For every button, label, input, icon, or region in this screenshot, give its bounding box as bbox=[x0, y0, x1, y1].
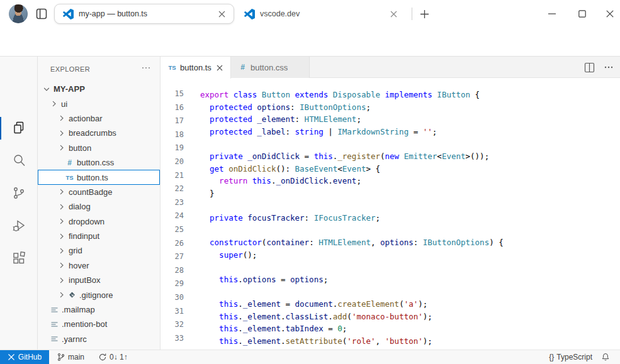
tree-item-button-css[interactable]: #button.css bbox=[38, 155, 160, 170]
browser-tab-strip: my-app — button.ts vscode.dev bbox=[0, 0, 620, 28]
editor-tab-button-css[interactable]: # button.css bbox=[231, 57, 310, 78]
tree-item-gitignore[interactable]: .gitignore bbox=[38, 287, 160, 302]
tree-item-grid[interactable]: grid bbox=[38, 243, 160, 258]
tree-item-yarnrc[interactable]: .yarnrc bbox=[38, 332, 160, 346]
window-close-button[interactable] bbox=[599, 4, 620, 24]
line-number: 25 bbox=[161, 223, 184, 237]
code-line: super(); bbox=[200, 249, 504, 262]
vscode-logo-icon bbox=[63, 9, 74, 19]
tab-close-icon[interactable] bbox=[216, 8, 227, 19]
chevron-right-icon bbox=[57, 202, 67, 212]
status-bar: GitHub main 0↓ 1↑ {} TypeScript bbox=[0, 350, 620, 364]
editor-tab-close-icon[interactable] bbox=[217, 65, 223, 71]
browser-tab-inactive[interactable]: vscode.dev bbox=[240, 4, 405, 24]
chevron-down-icon bbox=[42, 84, 52, 94]
line-number: 28 bbox=[161, 264, 184, 278]
run-debug-icon[interactable] bbox=[11, 218, 26, 233]
explorer-icon[interactable] bbox=[11, 120, 26, 135]
editor-tab-label: button.ts bbox=[180, 63, 211, 72]
code-line bbox=[200, 199, 504, 212]
tree-item-ui[interactable]: ui bbox=[38, 96, 160, 111]
tab-close-icon[interactable] bbox=[388, 8, 399, 19]
sidebar-title: EXPLORER bbox=[50, 65, 90, 73]
editor-tab-button-ts[interactable]: TS button.ts bbox=[161, 57, 231, 79]
tree-item-countbadge[interactable]: countBadge bbox=[38, 185, 160, 199]
activity-bar bbox=[0, 57, 38, 350]
tree-item-my-app[interactable]: MY-APP bbox=[38, 82, 160, 96]
search-view-icon[interactable] bbox=[11, 153, 26, 168]
tree-item-button-ts[interactable]: TSbutton.ts bbox=[38, 170, 160, 184]
browser-toolbar: https://vscode.dev bbox=[0, 28, 620, 57]
chevron-right-icon bbox=[57, 290, 67, 300]
editor-tab-label: button.css bbox=[251, 63, 288, 72]
chevron-right-icon bbox=[49, 99, 59, 109]
remote-icon bbox=[8, 353, 15, 361]
css-file-icon: # bbox=[237, 62, 248, 72]
extensions-icon[interactable] bbox=[11, 251, 26, 266]
line-number: 17 bbox=[161, 114, 184, 128]
vscode-workbench: EXPLORER MY-APPuiactionbarbreadcrumbsbut… bbox=[0, 57, 620, 350]
window-minimize-button[interactable] bbox=[541, 4, 563, 24]
chevron-right-icon bbox=[57, 187, 67, 197]
remote-indicator[interactable]: GitHub bbox=[0, 350, 49, 364]
chevron-right-icon bbox=[57, 143, 67, 153]
new-tab-button[interactable] bbox=[417, 6, 432, 21]
tree-item-dropdown[interactable]: dropdown bbox=[38, 214, 160, 229]
line-number: 24 bbox=[161, 209, 184, 223]
code-line bbox=[200, 224, 504, 237]
code-line bbox=[200, 286, 504, 299]
tree-item-button[interactable]: button bbox=[38, 141, 160, 155]
code-editor[interactable]: 15161718192021222324252627282930313233 e… bbox=[161, 78, 620, 350]
chevron-right-icon bbox=[57, 260, 67, 270]
language-indicator[interactable]: {} TypeScript bbox=[549, 350, 592, 364]
tree-item-findinput[interactable]: findinput bbox=[38, 229, 160, 243]
chevron-right-icon bbox=[57, 231, 67, 241]
browser-profile-avatar[interactable] bbox=[9, 4, 28, 23]
tree-item-hover[interactable]: hover bbox=[38, 258, 160, 273]
line-number: 18 bbox=[161, 128, 184, 142]
split-editor-icon[interactable] bbox=[584, 62, 595, 73]
braces-icon: {} bbox=[549, 353, 554, 361]
git-file-icon bbox=[67, 290, 77, 300]
sidebar-more-icon[interactable] bbox=[141, 63, 151, 73]
line-number: 20 bbox=[161, 155, 184, 169]
tree-item-breadcrumbs[interactable]: breadcrumbs bbox=[38, 126, 160, 140]
window-maximize-button[interactable] bbox=[572, 4, 593, 24]
chevron-right-icon bbox=[57, 216, 67, 226]
tree-item-mention-bot[interactable]: .mention-bot bbox=[38, 317, 160, 331]
line-number: 15 bbox=[161, 87, 184, 101]
chevron-right-icon bbox=[57, 246, 67, 256]
code-line: private focusTracker: IFocusTracker; bbox=[200, 212, 504, 224]
tree-item-dialog[interactable]: dialog bbox=[38, 199, 160, 214]
line-number: 26 bbox=[161, 237, 184, 251]
config-file-icon bbox=[49, 319, 60, 329]
bell-icon bbox=[601, 353, 610, 361]
sync-indicator[interactable]: 0↓ 1↑ bbox=[98, 350, 128, 364]
tab-divider bbox=[412, 8, 412, 20]
config-file-icon bbox=[49, 305, 60, 315]
language-name: TypeScript bbox=[556, 353, 592, 361]
branch-indicator[interactable]: main bbox=[57, 350, 84, 364]
code-line: this._element.classList.add('monaco-butt… bbox=[200, 311, 504, 323]
remote-label: GitHub bbox=[18, 353, 42, 361]
editor-more-icon[interactable] bbox=[604, 62, 614, 72]
tree-item-inputbox[interactable]: inputBox bbox=[38, 273, 160, 287]
vscode-logo-icon bbox=[244, 9, 255, 19]
notifications-bell[interactable] bbox=[601, 350, 610, 364]
line-number: 22 bbox=[161, 182, 184, 196]
code-line: this.options = options; bbox=[200, 273, 504, 286]
chevron-right-icon bbox=[57, 113, 67, 123]
line-number-gutter: 15161718192021222324252627282930313233 bbox=[161, 87, 189, 345]
tab-actions-icon[interactable] bbox=[36, 8, 47, 19]
editor-actions bbox=[584, 57, 614, 78]
source-control-icon[interactable] bbox=[11, 185, 26, 201]
code-line: private _onDidClick = this._register(new… bbox=[200, 150, 504, 163]
code-line: this._element.setAttribute('role', 'butt… bbox=[200, 335, 504, 348]
git-branch-icon bbox=[57, 353, 65, 361]
code-line bbox=[200, 138, 504, 150]
tree-item-mailmap[interactable]: .mailmap bbox=[38, 302, 160, 317]
line-number: 29 bbox=[161, 277, 184, 291]
tree-item-actionbar[interactable]: actionbar bbox=[38, 111, 160, 126]
browser-tab-active[interactable]: my-app — button.ts bbox=[54, 4, 234, 24]
chevron-right-icon bbox=[57, 275, 67, 285]
